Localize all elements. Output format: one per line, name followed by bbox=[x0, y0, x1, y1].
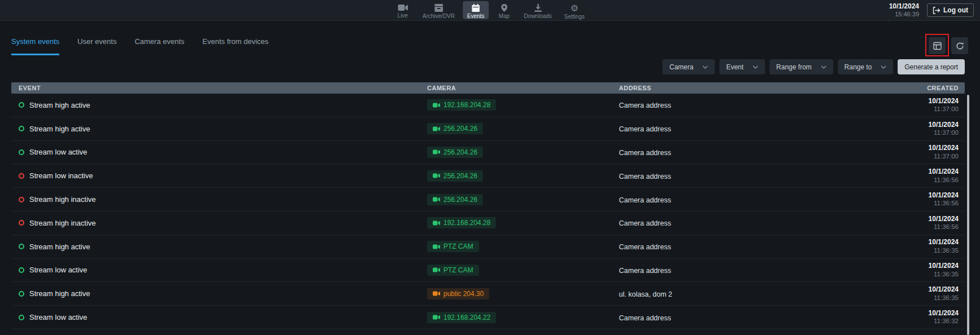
camera-name: 192.168.204.28 bbox=[443, 101, 490, 109]
created-time: 11:37:00 bbox=[841, 129, 959, 137]
camera-name: 192.168.204.22 bbox=[443, 314, 490, 321]
camera-badge[interactable]: PTZ CAM bbox=[427, 265, 479, 276]
tab-system-events[interactable]: System events bbox=[11, 21, 59, 55]
events-table-body: Stream high active 192.168.204.28 Camera… bbox=[11, 94, 965, 329]
main-nav: Live Archive/DVR Events Map Downloads bbox=[391, 0, 589, 20]
tab-user-events[interactable]: User events bbox=[77, 21, 116, 55]
created-cell: 10/1/2024 11:37:00 bbox=[841, 144, 965, 160]
address-cell: Camera address bbox=[619, 171, 841, 181]
archive-icon bbox=[434, 4, 443, 12]
vertical-scrollbar-thumb[interactable] bbox=[967, 95, 969, 335]
chevron-down-icon bbox=[881, 65, 886, 69]
logout-icon bbox=[933, 7, 940, 14]
download-icon bbox=[534, 4, 542, 12]
tab-events-from-devices[interactable]: Events from devices bbox=[203, 21, 269, 55]
camera-filter-dropdown[interactable]: Camera bbox=[662, 59, 715, 74]
address-cell: Camera address bbox=[619, 147, 841, 157]
created-cell: 10/1/2024 11:37:00 bbox=[841, 121, 965, 137]
table-row[interactable]: Stream high inactive 256.204.26 Camera a… bbox=[11, 188, 965, 211]
camera-badge[interactable]: 192.168.204.28 bbox=[427, 217, 496, 228]
tab-camera-events[interactable]: Camera events bbox=[135, 21, 184, 55]
camera-name: 256.204.26 bbox=[443, 125, 477, 133]
address-text: Camera address bbox=[619, 149, 671, 157]
event-name: Stream low active bbox=[29, 148, 87, 156]
created-time: 11:36:32 bbox=[841, 318, 959, 325]
tab-actions bbox=[929, 37, 968, 54]
camera-name: 256.204.26 bbox=[443, 196, 477, 204]
camera-badge[interactable]: PTZ CAM bbox=[427, 241, 479, 252]
range-from-label: Range from bbox=[776, 63, 812, 71]
report-button[interactable] bbox=[929, 37, 946, 54]
camera-name: PTZ CAM bbox=[443, 266, 473, 274]
address-text: Camera address bbox=[619, 267, 671, 275]
range-from-dropdown[interactable]: Range from bbox=[770, 59, 833, 74]
events-tab-bar: System events User events Camera events … bbox=[11, 21, 269, 55]
video-camera-icon bbox=[433, 315, 440, 320]
camera-badge[interactable]: 192.168.204.22 bbox=[427, 312, 496, 323]
map-pin-icon bbox=[501, 4, 507, 12]
calendar-icon bbox=[472, 4, 480, 12]
event-filter-dropdown[interactable]: Event bbox=[719, 59, 765, 74]
event-name: Stream low inactive bbox=[29, 171, 93, 180]
nav-events[interactable]: Events bbox=[463, 1, 489, 19]
nav-settings[interactable]: ⚙ Settings bbox=[560, 1, 589, 19]
chevron-down-icon bbox=[702, 65, 708, 69]
topbar: Live Archive/DVR Events Map Downloads bbox=[0, 0, 980, 21]
video-camera-icon bbox=[433, 244, 440, 249]
created-cell: 10/1/2024 11:37:00 bbox=[841, 97, 965, 113]
created-date: 10/1/2024 bbox=[841, 262, 959, 271]
camera-name: 256.204.26 bbox=[443, 172, 477, 180]
nav-live[interactable]: Live bbox=[391, 1, 415, 19]
camera-badge[interactable]: 256.204.26 bbox=[427, 147, 483, 158]
camera-badge[interactable]: 256.204.26 bbox=[427, 194, 483, 205]
created-time: 11:36:56 bbox=[841, 177, 959, 184]
nav-label: Archive/DVR bbox=[423, 13, 455, 19]
range-to-dropdown[interactable]: Range to bbox=[838, 59, 894, 74]
camera-name: 256.204.26 bbox=[443, 148, 477, 156]
header-event: EVENT bbox=[11, 85, 427, 91]
table-row[interactable]: Stream high active 192.168.204.28 Camera… bbox=[11, 94, 965, 117]
camera-badge[interactable]: public 204.30 bbox=[427, 288, 489, 299]
nav-label: Live bbox=[398, 12, 408, 19]
refresh-button[interactable] bbox=[951, 37, 968, 54]
event-status-icon bbox=[19, 173, 24, 179]
event-status-icon bbox=[19, 244, 24, 249]
table-row[interactable]: Stream low active 256.204.26 Camera addr… bbox=[11, 141, 965, 165]
camera-cell: 192.168.204.22 bbox=[427, 312, 619, 323]
camera-cell: 256.204.26 bbox=[427, 147, 619, 158]
generate-report-button[interactable]: Generate a report bbox=[898, 59, 965, 74]
event-name: Stream high active bbox=[29, 289, 90, 298]
address-cell: Camera address bbox=[619, 265, 841, 275]
event-status-icon bbox=[19, 149, 24, 155]
logout-button[interactable]: Log out bbox=[927, 3, 974, 17]
nav-downloads[interactable]: Downloads bbox=[520, 1, 556, 19]
address-cell: Camera address bbox=[619, 218, 841, 228]
nav-map[interactable]: Map bbox=[493, 1, 516, 19]
table-row[interactable]: Stream high active 256.204.26 Camera add… bbox=[11, 117, 965, 141]
camera-badge[interactable]: 256.204.26 bbox=[427, 170, 483, 182]
camera-badge[interactable]: 192.168.204.28 bbox=[427, 99, 496, 111]
current-date: 10/1/2024 bbox=[889, 2, 919, 11]
video-camera-icon bbox=[433, 126, 440, 131]
table-row[interactable]: Stream high active PTZ CAM Camera addres… bbox=[11, 235, 965, 259]
table-row[interactable]: Stream low active 192.168.204.22 Camera … bbox=[11, 306, 965, 329]
table-row[interactable]: Stream low inactive 256.204.26 Camera ad… bbox=[11, 164, 965, 188]
video-camera-icon bbox=[433, 103, 440, 108]
nav-archive-dvr[interactable]: Archive/DVR bbox=[418, 1, 459, 19]
created-cell: 10/1/2024 11:36:32 bbox=[841, 309, 965, 325]
camera-name: PTZ CAM bbox=[443, 243, 473, 250]
video-camera-icon bbox=[398, 4, 408, 11]
camera-cell: 256.204.26 bbox=[427, 123, 619, 134]
created-cell: 10/1/2024 11:36:56 bbox=[841, 191, 965, 208]
event-status-icon bbox=[19, 267, 24, 273]
created-cell: 10/1/2024 11:36:56 bbox=[841, 215, 965, 231]
table-row[interactable]: Stream high active public 204.30 ul. kol… bbox=[11, 282, 965, 306]
table-row[interactable]: Stream low active PTZ CAM Camera address… bbox=[11, 259, 965, 283]
event-cell: Stream high inactive bbox=[11, 195, 427, 204]
table-row[interactable]: Stream high inactive 192.168.204.28 Came… bbox=[11, 211, 965, 235]
created-date: 10/1/2024 bbox=[841, 97, 959, 106]
camera-badge[interactable]: 256.204.26 bbox=[427, 123, 483, 134]
event-cell: Stream low inactive bbox=[11, 171, 427, 180]
video-camera-icon bbox=[433, 173, 440, 178]
event-status-icon bbox=[19, 126, 24, 131]
